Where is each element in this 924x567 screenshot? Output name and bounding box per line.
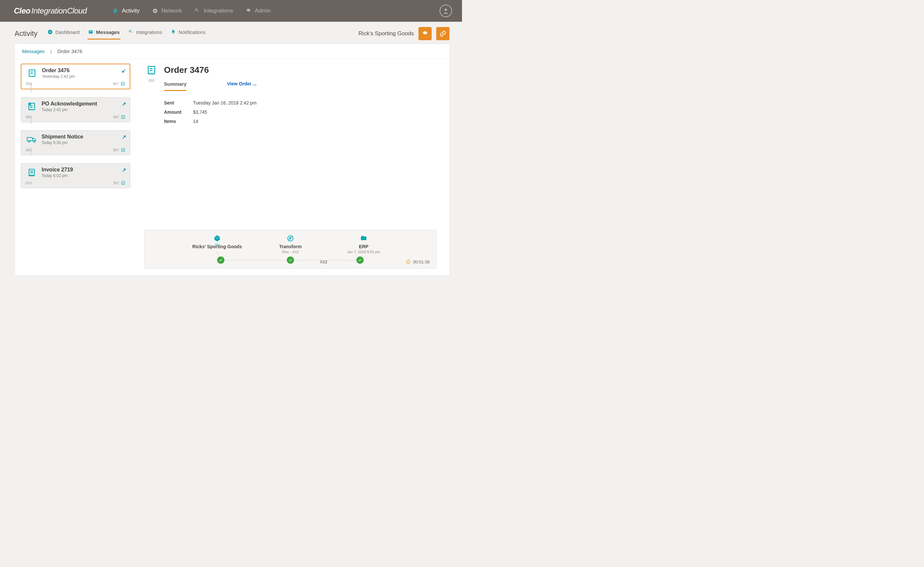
breadcrumb-current: Order 3476 xyxy=(57,48,82,54)
summary-row-items: Items 14 xyxy=(164,117,257,126)
subnav-tabs: Dashboard Messages Integrations Notifica… xyxy=(47,28,206,39)
tab-dashboard[interactable]: Dashboard xyxy=(47,28,80,39)
svg-rect-19 xyxy=(122,181,124,184)
svg-rect-9 xyxy=(29,70,35,76)
tab-summary[interactable]: Summary xyxy=(164,81,187,91)
svg-point-4 xyxy=(48,30,52,34)
svg-rect-13 xyxy=(122,116,124,118)
navbar-links: Activity Network Integrations Admin xyxy=(113,8,271,14)
summary-label: Sent xyxy=(164,100,193,105)
breadcrumb-root[interactable]: Messages xyxy=(22,48,45,54)
nav-integrations[interactable]: Integrations xyxy=(194,8,233,14)
view-order-link[interactable]: View Order ... xyxy=(227,81,256,86)
package-icon: AS2 xyxy=(214,235,221,243)
transform-icon xyxy=(287,235,294,243)
message-icon xyxy=(88,29,93,34)
flow-step-title: ERP xyxy=(359,244,369,249)
summary-value: Tuesday Jan 16, 2018 2:42 pm xyxy=(193,100,257,105)
status-success-icon xyxy=(357,256,364,264)
company-name: Rick's Sporting Goods xyxy=(358,30,414,37)
flow-step-partner: AS2 Ricks' Sporting Goods ... xyxy=(184,235,250,254)
svg-point-3 xyxy=(445,9,447,11)
message-timestamp: Yesterday 2:42 pm xyxy=(42,74,75,79)
detail-title: Order 3476 xyxy=(164,65,257,75)
message-title: Order 3476 xyxy=(42,68,75,74)
summary-label: Items xyxy=(164,118,193,124)
flow-timer-value: 00:01:36 xyxy=(413,260,430,264)
bolt-icon xyxy=(113,8,119,14)
summary-row-sent: Sent Tuesday Jan 16, 2018 2:42 pm xyxy=(164,98,257,108)
ack-icon xyxy=(120,81,125,86)
svg-point-7 xyxy=(173,33,174,34)
ack-icon xyxy=(121,148,125,152)
nav-activity-label: Activity xyxy=(122,8,140,14)
ack-icon xyxy=(121,115,125,119)
message-card-shipment[interactable]: ↗ Shipment Notice Today 5:30 pm 856 997 xyxy=(21,130,130,155)
status-success-icon xyxy=(217,256,224,264)
svg-point-15 xyxy=(29,141,30,142)
tab-integrations[interactable]: Integrations xyxy=(128,28,163,39)
detail-header: 850 Order 3476 Summary View Order ... Se… xyxy=(144,65,436,126)
message-title: Shipment Notice xyxy=(42,134,83,140)
document-check-icon xyxy=(26,102,38,112)
arrow-out-icon: ↗ xyxy=(122,101,126,107)
flow-timer: 00:01:36 xyxy=(406,259,430,264)
tab-messages[interactable]: Messages xyxy=(87,28,120,39)
svg-rect-5 xyxy=(89,30,93,33)
nav-network[interactable]: Network xyxy=(152,8,182,14)
flow-step-transform: Transform iDoc - X12 xyxy=(257,235,324,254)
brand-logo: CleoIntegrationCloud xyxy=(14,6,87,15)
nav-activity[interactable]: Activity xyxy=(113,8,140,14)
brand-primary: Cleo xyxy=(14,6,30,15)
nav-admin[interactable]: Admin xyxy=(245,8,271,14)
flow-step-erp: ERP Jan 7, 2018 6:01 pm xyxy=(331,235,397,254)
message-timestamp: Today 6:02 pm xyxy=(42,173,73,178)
summary-value: $3,745 xyxy=(193,110,207,115)
tab-integrations-label: Integrations xyxy=(136,29,162,35)
message-card-po-ack[interactable]: ↗ PO Acknowledgement Today 2:42 pm 855 9… xyxy=(21,97,130,122)
arrow-out-icon: ↗ xyxy=(122,134,126,140)
tab-notifications[interactable]: Notifications xyxy=(170,28,206,39)
network-icon xyxy=(152,8,158,14)
svg-rect-20 xyxy=(148,66,155,74)
chevron-right-icon: ❯ xyxy=(49,49,53,54)
message-title: PO Acknowledgement xyxy=(42,101,97,107)
settings-button[interactable] xyxy=(418,27,432,40)
arrow-in-icon: ↙ xyxy=(122,68,126,74)
subbar-right: Rick's Sporting Goods xyxy=(358,27,450,40)
summary-value: 14 xyxy=(193,118,198,124)
message-ack: 997 xyxy=(113,181,125,185)
message-ack: 997 xyxy=(113,148,125,152)
truck-icon xyxy=(26,135,38,144)
secondary-navbar: Activity Dashboard Messages Integrations… xyxy=(0,22,462,40)
detail-icon-column: 850 xyxy=(144,65,159,126)
message-timestamp: Today 5:30 pm xyxy=(42,140,83,145)
svg-point-1 xyxy=(155,10,156,12)
brand-secondary: IntegrationCloud xyxy=(32,6,87,15)
message-card-order[interactable]: ↙ Order 3476 Yesterday 2:42 pm 850 997 xyxy=(21,64,130,89)
connector-line xyxy=(31,116,32,124)
link-icon xyxy=(439,30,446,37)
summary-grid: Sent Tuesday Jan 16, 2018 2:42 pm Amount… xyxy=(164,98,257,126)
flow-steps: AS2 Ricks' Sporting Goods ... Transform … xyxy=(151,235,430,254)
gear-icon xyxy=(422,30,428,37)
flow-step-sub: ... xyxy=(215,250,218,254)
flow-step-title: Ricks' Sporting Goods xyxy=(193,244,242,249)
detail-panel: 850 Order 3476 Summary View Order ... Se… xyxy=(135,59,450,275)
message-card-invoice[interactable]: ↗ Invoice 2719 Today 6:02 pm 810 997 xyxy=(21,163,130,188)
flow-step-sub: Jan 7, 2018 6:01 pm xyxy=(347,250,380,254)
link-button[interactable] xyxy=(436,27,450,40)
document-icon xyxy=(146,65,157,76)
gear-icon xyxy=(245,8,251,14)
main-panel: Messages ❯ Order 3476 ↙ Order 3476 Yeste… xyxy=(15,44,450,276)
folder-icon xyxy=(360,235,367,243)
tab-notifications-label: Notifications xyxy=(179,29,206,35)
message-timestamp: Today 2:42 pm xyxy=(42,108,97,112)
content-row: ↙ Order 3476 Yesterday 2:42 pm 850 997 ↗ xyxy=(15,59,450,275)
avatar[interactable] xyxy=(439,4,452,17)
invoice-icon xyxy=(26,168,38,178)
svg-point-16 xyxy=(34,141,35,142)
nav-admin-label: Admin xyxy=(255,8,271,14)
svg-rect-17 xyxy=(122,148,124,151)
integration-icon xyxy=(128,29,134,34)
